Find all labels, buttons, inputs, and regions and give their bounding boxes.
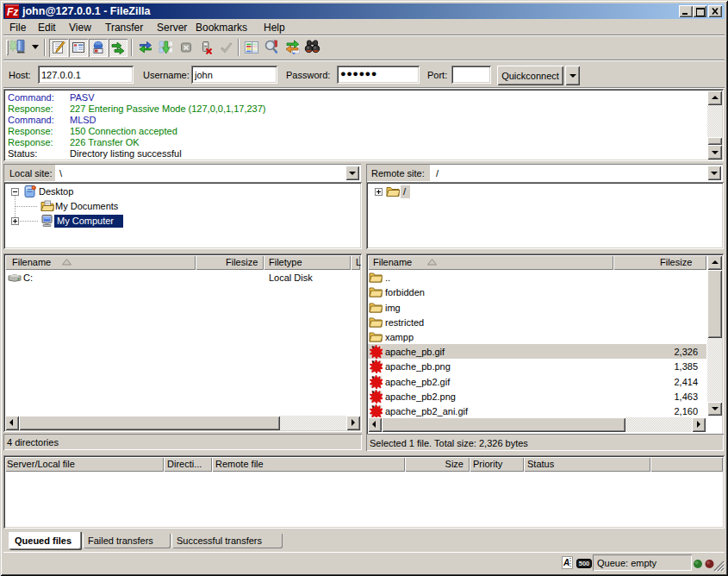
svg-text:Fz: Fz bbox=[7, 6, 18, 18]
svg-text:500: 500 bbox=[579, 560, 590, 567]
